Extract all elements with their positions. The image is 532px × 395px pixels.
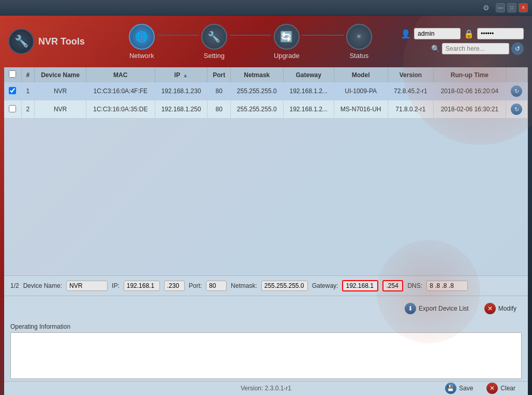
row2-netmask: 255.255.255.0 xyxy=(230,100,283,119)
op-info-box xyxy=(10,332,522,379)
table-wrapper: # Device Name MAC IP ▲ Port Netmask Gate… xyxy=(4,67,528,275)
footer: Version: 2.3.0.1-r1 💾 Save ✕ Clear xyxy=(4,381,528,395)
ip-label: IP: xyxy=(112,282,120,289)
footer-buttons: 💾 Save ✕ Clear xyxy=(441,381,520,395)
user-icon: 👤 xyxy=(401,29,411,39)
select-all-checkbox[interactable] xyxy=(9,70,16,78)
row2-gateway: 192.168.1.2... xyxy=(283,100,334,119)
upgrade-icon: 🔄 xyxy=(274,24,300,50)
col-device-name: Device Name xyxy=(35,67,86,82)
col-action xyxy=(506,67,527,82)
row2-runup: 2018-02-06 16:30:21 xyxy=(434,100,506,119)
col-runup: Run-up Time xyxy=(434,67,506,82)
port-input[interactable] xyxy=(206,281,227,291)
row2-checkbox-cell xyxy=(4,100,21,119)
logo-area: 🔧 NVR Tools xyxy=(8,28,85,54)
close-button[interactable]: ✕ xyxy=(519,3,528,12)
table-header: # Device Name MAC IP ▲ Port Netmask Gate… xyxy=(4,67,528,82)
user-row: 👤 🔒 xyxy=(401,28,524,39)
row1-device-name: NVR xyxy=(35,82,86,100)
logo-text: NVR Tools xyxy=(38,36,85,47)
nav-connector-1 xyxy=(157,35,199,36)
gateway-suffix-input[interactable] xyxy=(382,280,403,291)
row1-port: 80 xyxy=(208,82,230,100)
network-icon: 🌐 xyxy=(129,24,155,50)
ip-suffix-input[interactable] xyxy=(164,281,185,291)
nav-step-network[interactable]: 🌐 Network xyxy=(129,24,155,60)
op-info-area: Operating Information xyxy=(4,321,528,381)
modify-icon: ✕ xyxy=(484,303,496,314)
export-button[interactable]: ⬇ Export Device List xyxy=(400,300,474,317)
col-model: Model xyxy=(334,67,388,82)
op-info-label: Operating Information xyxy=(10,323,522,330)
row2-port: 80 xyxy=(208,100,230,119)
username-input[interactable] xyxy=(414,28,461,39)
save-button[interactable]: 💾 Save xyxy=(441,381,477,395)
clear-button[interactable]: ✕ Clear xyxy=(482,381,520,395)
row2-model: MS-N7016-UH xyxy=(334,100,388,119)
nav-connector-3 xyxy=(302,35,344,36)
modify-label: Modify xyxy=(498,305,516,312)
row2-action-button[interactable]: ↻ xyxy=(511,104,522,115)
export-icon: ⬇ xyxy=(405,303,416,314)
col-port: Port xyxy=(208,67,230,82)
lock-icon: 🔒 xyxy=(464,29,474,39)
row1-num: 1 xyxy=(21,82,35,100)
dns-label: DNS: xyxy=(407,282,422,289)
action-bar: ⬇ Export Device List ✕ Modify xyxy=(4,296,528,321)
netmask-input[interactable] xyxy=(261,281,308,291)
col-mac: MAC xyxy=(86,67,155,82)
sort-icon: ▲ xyxy=(183,72,188,78)
gateway-input[interactable] xyxy=(342,280,378,291)
content-area: # Device Name MAC IP ▲ Port Netmask Gate… xyxy=(4,67,528,395)
dns-input[interactable] xyxy=(426,281,468,291)
search-icon: 🔍 xyxy=(431,45,440,53)
gear-icon[interactable]: ⚙ xyxy=(483,4,490,12)
col-version: Version xyxy=(388,67,434,82)
ip-input[interactable] xyxy=(124,281,160,291)
row1-ip: 192.168.1.230 xyxy=(155,82,208,100)
col-ip[interactable]: IP ▲ xyxy=(155,67,208,82)
row2-mac: 1C:C3:16:0A:35:DE xyxy=(86,100,155,119)
nav-step-upgrade[interactable]: 🔄 Upgrade xyxy=(274,24,300,60)
status-icon: ✴ xyxy=(346,24,372,50)
row2-checkbox[interactable] xyxy=(9,105,16,112)
search-input[interactable] xyxy=(442,43,509,54)
clear-label: Clear xyxy=(500,385,515,392)
save-icon: 💾 xyxy=(445,383,456,394)
table-row[interactable]: 1 NVR 1C:C3:16:0A:4F:FE 192.168.1.230 80… xyxy=(4,82,528,100)
row1-action: ↻ xyxy=(506,82,527,100)
search-row: 🔍 ↺ xyxy=(431,42,524,55)
row2-ip: 192.168.1.250 xyxy=(155,100,208,119)
refresh-button[interactable]: ↺ xyxy=(511,42,524,55)
password-input[interactable] xyxy=(477,28,524,39)
netmask-label: Netmask: xyxy=(231,282,257,289)
row1-mac: 1C:C3:16:0A:4F:FE xyxy=(86,82,155,100)
clear-icon: ✕ xyxy=(486,383,498,394)
export-label: Export Device List xyxy=(419,305,469,312)
table-body: 1 NVR 1C:C3:16:0A:4F:FE 192.168.1.230 80… xyxy=(4,82,528,119)
main-window: 🔧 NVR Tools 🌐 Network 🔧 Setting 🔄 Upgrad… xyxy=(0,16,532,395)
row2-device-name: NVR xyxy=(35,100,86,119)
modify-button[interactable]: ✕ Modify xyxy=(479,300,522,317)
table-row[interactable]: 2 NVR 1C:C3:16:0A:35:DE 192.168.1.250 80… xyxy=(4,100,528,119)
nav-connector-2 xyxy=(230,35,271,36)
restore-button[interactable]: □ xyxy=(507,3,516,12)
row1-checkbox[interactable] xyxy=(9,87,16,94)
upgrade-label: Upgrade xyxy=(274,52,300,60)
nav-step-setting[interactable]: 🔧 Setting xyxy=(201,24,227,60)
row2-num: 2 xyxy=(21,100,35,119)
device-name-input[interactable] xyxy=(66,281,108,291)
col-netmask: Netmask xyxy=(230,67,283,82)
header-right: 👤 🔒 🔍 ↺ xyxy=(401,28,524,55)
row2-action: ↻ xyxy=(506,100,527,119)
row1-action-button[interactable]: ↻ xyxy=(511,85,522,97)
save-label: Save xyxy=(459,385,473,392)
nav-step-status[interactable]: ✴ Status xyxy=(346,24,372,60)
status-label: Status xyxy=(349,52,368,60)
row1-runup: 2018-02-06 16:20:04 xyxy=(434,82,506,100)
gateway-label: Gateway: xyxy=(312,282,338,289)
minimize-button[interactable]: — xyxy=(496,3,505,12)
setting-label: Setting xyxy=(204,52,225,60)
row1-netmask: 255.255.255.0 xyxy=(230,82,283,100)
